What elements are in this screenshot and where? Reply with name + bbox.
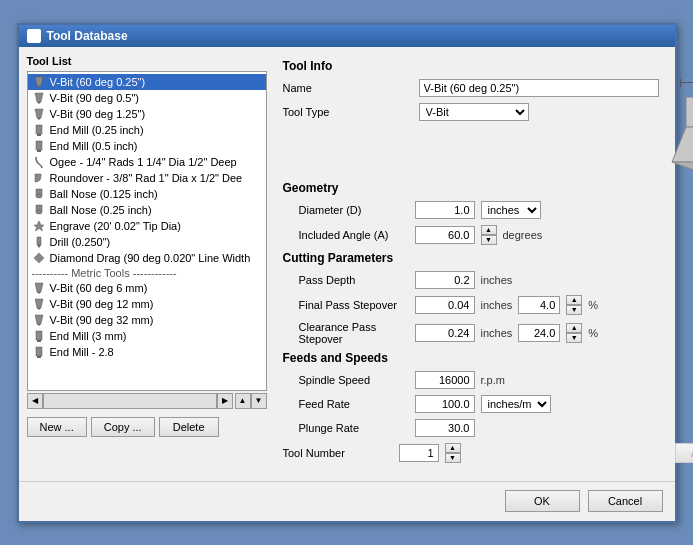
- diameter-label: Diameter (D): [299, 204, 409, 216]
- svg-rect-9: [37, 150, 41, 152]
- list-item[interactable]: Ogee - 1/4" Rads 1 1/4" Dia 1/2" Deep: [28, 154, 266, 170]
- final-pass-down-btn[interactable]: ▼: [566, 305, 582, 315]
- list-item-label: V-Bit (90 deg 12 mm): [50, 298, 154, 310]
- pass-depth-input[interactable]: [415, 271, 475, 289]
- final-pass-up-btn[interactable]: ▲: [566, 295, 582, 305]
- list-item-label: V-Bit (60 deg 0.25"): [50, 76, 146, 88]
- list-item[interactable]: Drill (0.250"): [28, 234, 266, 250]
- feeds-label: Feeds and Speeds: [283, 351, 694, 365]
- list-item[interactable]: V-Bit (90 deg 1.25"): [28, 106, 266, 122]
- tool-list-label: Tool List: [27, 55, 267, 67]
- final-pass-label: Final Pass Stepover: [299, 299, 409, 311]
- dialog-icon: [27, 29, 41, 43]
- list-item[interactable]: Diamond Drag (90 deg 0.020" Line Width: [28, 250, 266, 266]
- scroll-down-btn[interactable]: ▼: [251, 393, 267, 409]
- plunge-rate-row: Plunge Rate: [299, 419, 694, 437]
- list-item-label: End Mill - 2.8: [50, 346, 114, 358]
- clearance-down-btn[interactable]: ▼: [566, 333, 582, 343]
- svg-marker-4: [35, 109, 43, 118]
- clearance-pass-row: Clearance Pass Stepover inches ▲ ▼ %: [299, 321, 694, 345]
- copy-button[interactable]: Copy ...: [91, 417, 155, 437]
- clearance-pass-pct-input[interactable]: [518, 324, 560, 342]
- clearance-pass-input[interactable]: [415, 324, 475, 342]
- list-item-separator: ---------- Metric Tools ------------: [28, 266, 266, 280]
- apply-button[interactable]: Apply: [675, 443, 694, 463]
- cutting-label: Cutting Parameters: [283, 251, 694, 265]
- tool-type-select[interactable]: V-Bit End Mill Ball Nose Drill Engrave: [419, 103, 529, 121]
- diameter-row: Diameter (D) inches mm: [299, 201, 694, 219]
- tool-number-up-btn[interactable]: ▲: [445, 443, 461, 453]
- list-hscrollbar[interactable]: [43, 393, 217, 409]
- list-item[interactable]: V-Bit (60 deg 0.25"): [28, 74, 266, 90]
- diameter-unit-select[interactable]: inches mm: [481, 201, 541, 219]
- cutting-fields: Pass Depth inches Final Pass Stepover in…: [283, 271, 694, 345]
- drill-icon: [32, 235, 46, 249]
- plunge-rate-input[interactable]: [415, 419, 475, 437]
- tool-info-panel: Tool Info Name Tool Type V-Bit End Mill: [267, 55, 694, 469]
- tool-shape-svg: A: [664, 97, 694, 177]
- list-item-label: V-Bit (90 deg 32 mm): [50, 314, 154, 326]
- svg-rect-8: [36, 141, 42, 150]
- list-item[interactable]: V-Bit (90 deg 0.5"): [28, 90, 266, 106]
- svg-rect-25: [37, 340, 41, 342]
- list-item[interactable]: Engrave (20' 0.02" Tip Dia): [28, 218, 266, 234]
- tool-list-container[interactable]: V-Bit (60 deg 0.25") V-Bit (90 deg 0.5")…: [27, 71, 267, 391]
- svg-marker-5: [37, 118, 41, 120]
- svg-rect-27: [37, 356, 41, 358]
- delete-button[interactable]: Delete: [159, 417, 219, 437]
- list-item[interactable]: Ball Nose (0.125 inch): [28, 186, 266, 202]
- clearance-up-btn[interactable]: ▲: [566, 323, 582, 333]
- angle-row: Included Angle (A) ▲ ▼ degrees: [299, 225, 694, 245]
- new-button[interactable]: New ...: [27, 417, 87, 437]
- svg-marker-23: [37, 324, 41, 326]
- spindle-label: Spindle Speed: [299, 374, 409, 386]
- list-item-label: Engrave (20' 0.02" Tip Dia): [50, 220, 181, 232]
- ok-button[interactable]: OK: [505, 490, 580, 512]
- list-item[interactable]: V-Bit (90 deg 12 mm): [28, 296, 266, 312]
- geometry-section: Geometry Diameter (D) inches mm Included…: [283, 181, 694, 245]
- scroll-up-btn[interactable]: ▲: [235, 393, 251, 409]
- list-item[interactable]: Ball Nose (0.25 inch): [28, 202, 266, 218]
- angle-up-btn[interactable]: ▲: [481, 225, 497, 235]
- tool-number-input[interactable]: [399, 444, 439, 462]
- list-item[interactable]: V-Bit (90 deg 32 mm): [28, 312, 266, 328]
- tool-database-dialog: Tool Database Tool List V-Bit (60 deg 0.…: [17, 23, 677, 523]
- list-item[interactable]: End Mill (0.5 inch): [28, 138, 266, 154]
- svg-rect-15: [37, 237, 41, 245]
- scroll-right-btn[interactable]: ▶: [217, 393, 233, 409]
- feed-rate-unit-select[interactable]: inches/min mm/min: [481, 395, 551, 413]
- list-item-label: V-Bit (60 deg 6 mm): [50, 282, 148, 294]
- vbit-icon: [32, 107, 46, 121]
- tool-number-down-btn[interactable]: ▼: [445, 453, 461, 463]
- list-item[interactable]: Roundover - 3/8" Rad 1" Dia x 1/2" Dee: [28, 170, 266, 186]
- cancel-button[interactable]: Cancel: [588, 490, 663, 512]
- vbit-icon: [32, 297, 46, 311]
- diamond-icon: [32, 251, 46, 265]
- dialog-footer: OK Cancel: [19, 481, 675, 520]
- name-input[interactable]: [419, 79, 659, 97]
- svg-marker-30: [672, 162, 694, 172]
- dialog-body: Tool List V-Bit (60 deg 0.25") V-B: [19, 47, 675, 477]
- final-pass-spinner: ▲ ▼: [566, 295, 582, 315]
- list-item[interactable]: End Mill (3 mm): [28, 328, 266, 344]
- spindle-input[interactable]: [415, 371, 475, 389]
- angle-down-btn[interactable]: ▼: [481, 235, 497, 245]
- angle-input[interactable]: [415, 226, 475, 244]
- tool-number-group: Tool Number ▲ ▼: [283, 443, 461, 463]
- pass-depth-unit: inches: [481, 274, 513, 286]
- final-pass-pct-input[interactable]: [518, 296, 560, 314]
- svg-point-11: [36, 194, 42, 198]
- tool-number-spinner: ▲ ▼: [445, 443, 461, 463]
- svg-rect-24: [36, 331, 42, 340]
- list-item-label: End Mill (3 mm): [50, 330, 127, 342]
- list-item[interactable]: End Mill (0.25 inch): [28, 122, 266, 138]
- list-item-label: Ball Nose (0.25 inch): [50, 204, 152, 216]
- scroll-left-btn[interactable]: ◀: [27, 393, 43, 409]
- final-pass-input[interactable]: [415, 296, 475, 314]
- d-ruler: D: [680, 79, 693, 87]
- diameter-input[interactable]: [415, 201, 475, 219]
- cutting-section: Cutting Parameters Pass Depth inches Fin…: [283, 251, 694, 345]
- feed-rate-input[interactable]: [415, 395, 475, 413]
- list-item[interactable]: End Mill - 2.8: [28, 344, 266, 360]
- list-item[interactable]: V-Bit (60 deg 6 mm): [28, 280, 266, 296]
